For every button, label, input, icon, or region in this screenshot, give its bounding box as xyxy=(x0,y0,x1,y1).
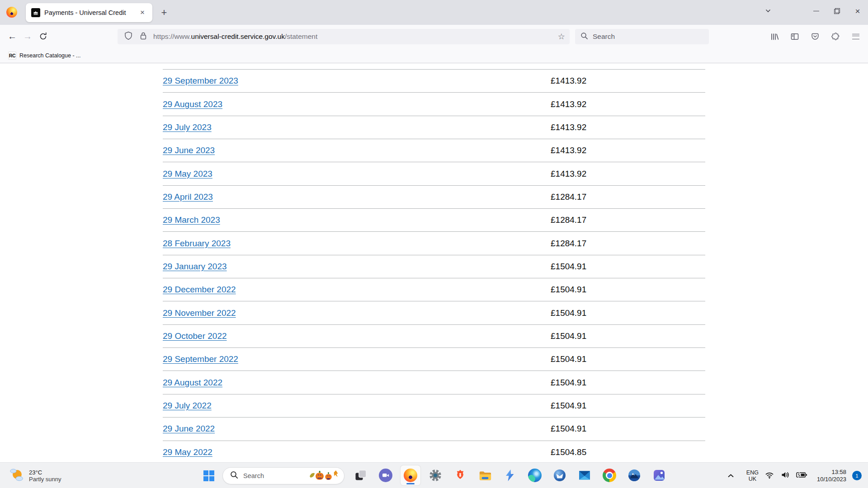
battery-charging-icon[interactable] xyxy=(796,471,807,480)
payment-date-link[interactable]: 29 May 2022 xyxy=(163,447,212,457)
back-button[interactable]: ← xyxy=(5,29,20,44)
payment-date-link[interactable]: 29 August 2023 xyxy=(163,99,222,109)
taskbar-app-teams-chat[interactable] xyxy=(376,465,396,485)
extensions-puzzle-icon[interactable] xyxy=(828,29,843,44)
payment-row: 29 June 2022 £1504.91 xyxy=(163,417,705,440)
gear-icon xyxy=(429,469,442,482)
payment-date-link[interactable]: 29 September 2022 xyxy=(163,354,238,364)
payment-amount: £1504.91 xyxy=(551,308,586,318)
taskbar-app-lightning[interactable] xyxy=(500,465,520,485)
folder-icon xyxy=(478,469,492,482)
taskbar-app-thunderbird[interactable] xyxy=(550,465,570,485)
language-indicator[interactable]: ENGUK xyxy=(746,469,759,482)
payment-date-link[interactable]: 29 March 2023 xyxy=(163,215,220,225)
sidebar-icon[interactable] xyxy=(787,29,802,44)
url-bar[interactable]: https://www.universal-credit.service.gov… xyxy=(118,29,570,44)
forward-button: → xyxy=(20,29,35,44)
browser-tab[interactable]: Payments - Universal Credit × xyxy=(26,3,152,22)
payment-date-link[interactable]: 29 August 2022 xyxy=(163,378,222,388)
taskbar-search-box[interactable]: Search xyxy=(222,467,344,484)
payment-row: 29 August 2023 £1413.92 xyxy=(163,92,705,115)
payment-row: 29 June 2023 £1413.92 xyxy=(163,139,705,162)
weather-widget[interactable]: 23°C Partly sunny xyxy=(5,463,65,488)
reload-button[interactable] xyxy=(35,29,51,44)
taskbar: 23°C Partly sunny Search xyxy=(0,462,868,488)
brave-icon xyxy=(454,469,467,482)
payment-row: 29 July 2023 £1413.92 xyxy=(163,116,705,139)
minimize-button[interactable] xyxy=(806,2,826,20)
bookmark-item[interactable]: RC Research Catalogue - ... xyxy=(5,50,84,61)
taskbar-app-mail[interactable] xyxy=(575,465,594,485)
photos-icon xyxy=(652,469,666,482)
payment-amount: £1504.91 xyxy=(551,354,586,364)
taskbar-app-file-explorer[interactable] xyxy=(475,465,495,485)
payment-date-link[interactable]: 29 October 2022 xyxy=(163,331,227,341)
payment-amount: £1504.91 xyxy=(551,401,586,411)
taskbar-app-settings[interactable] xyxy=(425,465,445,485)
govuk-crown-favicon-icon xyxy=(31,8,40,17)
taskbar-app-chrome[interactable] xyxy=(599,465,619,485)
payment-amount: £1413.92 xyxy=(551,169,586,179)
payment-row: 29 May 2023 £1413.92 xyxy=(163,162,705,185)
payment-row: 29 August 2022 £1504.91 xyxy=(163,371,705,394)
payment-amount: £1504.91 xyxy=(551,262,586,272)
payment-amount: £1413.92 xyxy=(551,76,586,86)
taskbar-app-brave[interactable] xyxy=(450,465,470,485)
payment-date-link[interactable]: 28 February 2023 xyxy=(163,239,231,249)
clock[interactable]: 13:58 10/10/2023 xyxy=(817,469,846,483)
start-button[interactable] xyxy=(201,468,217,484)
notification-badge[interactable]: 1 xyxy=(852,471,862,480)
pocket-icon[interactable] xyxy=(807,29,823,44)
payment-date-link[interactable]: 29 June 2022 xyxy=(163,424,215,434)
payment-date-link[interactable]: 29 June 2023 xyxy=(163,145,215,155)
taskbar-app-firefox[interactable] xyxy=(401,465,420,485)
shield-icon[interactable] xyxy=(124,31,133,42)
chrome-icon xyxy=(603,469,616,482)
page-content: 29 September 2023 £1413.92 29 August 202… xyxy=(0,64,868,462)
payment-row: 28 February 2023 £1284.17 xyxy=(163,231,705,254)
restore-button[interactable] xyxy=(826,2,847,20)
taskbar-app-edge[interactable] xyxy=(525,465,545,485)
payment-amount: £1413.92 xyxy=(551,145,586,155)
system-tray: ENGUK 13:58 xyxy=(727,463,868,488)
taskbar-search-placeholder: Search xyxy=(243,472,308,479)
firefox-logo-icon xyxy=(6,7,17,18)
tray-chevron-up-icon[interactable] xyxy=(727,472,734,480)
taskbar-apps xyxy=(351,465,669,485)
menu-hamburger-icon[interactable] xyxy=(848,29,863,44)
payment-amount: £1504.91 xyxy=(551,285,586,295)
payment-row: 29 March 2023 £1284.17 xyxy=(163,208,705,231)
volume-icon[interactable] xyxy=(780,470,790,481)
payment-date-link[interactable]: 29 May 2023 xyxy=(163,169,212,179)
payment-date-link[interactable]: 29 April 2023 xyxy=(163,192,213,202)
payment-date-link[interactable]: 29 November 2022 xyxy=(163,308,236,318)
payment-date-link[interactable]: 29 January 2023 xyxy=(163,262,227,272)
navigation-toolbar: ← → https://www.universal-credit.service… xyxy=(0,25,868,48)
new-tab-button[interactable]: + xyxy=(157,6,171,19)
close-window-button[interactable]: × xyxy=(847,2,868,20)
payment-amount: £1504.85 xyxy=(551,447,586,457)
payment-row: 29 October 2022 £1504.91 xyxy=(163,324,705,347)
library-icon[interactable] xyxy=(767,29,782,44)
search-icon xyxy=(230,471,238,481)
taskbar-app-photos[interactable] xyxy=(649,465,669,485)
payment-row: 29 December 2022 £1504.91 xyxy=(163,278,705,301)
payment-date-link[interactable]: 29 July 2023 xyxy=(163,122,212,132)
bookmark-star-icon[interactable]: ☆ xyxy=(558,32,565,42)
tab-close-icon[interactable]: × xyxy=(137,7,148,18)
taskbar-app-nordvpn[interactable] xyxy=(624,465,644,485)
payment-row: 29 April 2023 £1284.17 xyxy=(163,185,705,208)
payment-row: 29 January 2023 £1504.91 xyxy=(163,255,705,278)
payment-row: 29 July 2022 £1504.91 xyxy=(163,394,705,417)
list-all-tabs-chevron-icon[interactable] xyxy=(758,2,778,20)
payment-date-link[interactable]: 29 December 2022 xyxy=(163,285,236,295)
payment-amount: £1504.91 xyxy=(551,331,586,341)
taskbar-app-task-view[interactable] xyxy=(351,465,371,485)
payment-date-link[interactable]: 29 July 2022 xyxy=(163,401,212,411)
payment-date-link[interactable]: 29 September 2023 xyxy=(163,76,238,86)
toolbar-icons xyxy=(767,28,863,45)
browser-search-box[interactable]: Search xyxy=(575,29,709,44)
wifi-icon[interactable] xyxy=(764,470,774,481)
search-placeholder: Search xyxy=(593,33,615,41)
lock-icon[interactable] xyxy=(139,31,148,42)
